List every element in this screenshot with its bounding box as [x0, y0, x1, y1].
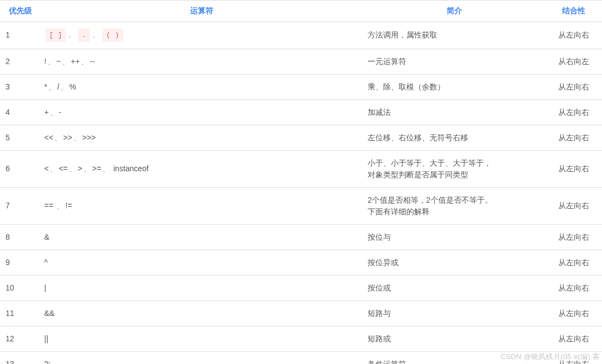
cell-assoc: 从左向右	[546, 250, 602, 275]
table-row: 11&&短路与从左向右	[0, 300, 602, 326]
cell-assoc: 从左向右	[546, 224, 602, 250]
separator: 、	[81, 57, 88, 66]
table-row: 2!、~、++、--一元运算符从右向左	[0, 49, 602, 74]
table-row: 1[ ]、.、( )方法调用，属性获取从左向右	[0, 22, 602, 49]
operator-token: --	[90, 57, 95, 66]
cell-desc: 按位或	[363, 275, 546, 300]
operator-token: <<	[44, 133, 53, 142]
cell-operator: == 、!=	[40, 187, 363, 224]
separator: 、	[68, 30, 76, 39]
cell-desc: 短路与	[363, 300, 546, 326]
cell-assoc: 从左向右	[546, 300, 602, 326]
operator-token: ~	[56, 57, 61, 66]
cell-priority: 13	[0, 351, 40, 364]
separator: 、	[102, 164, 110, 173]
cell-assoc: 从左向右	[546, 99, 602, 125]
header-assoc: 结合性	[546, 1, 602, 22]
cell-desc: 方法调用，属性获取	[363, 22, 546, 49]
operator-token: !	[44, 57, 46, 66]
table-row: 8&按位与从左向右	[0, 224, 602, 250]
cell-assoc: 从左向右	[546, 275, 602, 300]
operator-token: ==	[44, 201, 55, 210]
cell-operator: +、-	[40, 99, 363, 125]
separator: 、	[74, 133, 81, 142]
cell-assoc: 从左向右	[546, 187, 602, 224]
operator-token: <=	[59, 164, 67, 173]
table-row: 9^按位异或从左向右	[0, 250, 602, 275]
operator-token: %	[69, 82, 76, 91]
operator-precedence-table: 优先级 运算符 简介 结合性 1[ ]、.、( )方法调用，属性获取从左向右2!…	[0, 0, 602, 364]
cell-desc: 加减法	[363, 99, 546, 125]
cell-desc: 按位异或	[363, 250, 546, 275]
cell-assoc: 从右向左	[546, 351, 602, 364]
cell-priority: 4	[0, 99, 40, 125]
operator-token: instanceof	[111, 164, 149, 173]
table-row: 4+、-加减法从左向右	[0, 99, 602, 125]
cell-priority: 8	[0, 224, 40, 250]
table-row: 3*、/、%乘、除、取模（余数）从左向右	[0, 74, 602, 99]
operator-token: &&	[44, 309, 55, 318]
cell-operator: &	[40, 224, 363, 250]
header-operator: 运算符	[40, 1, 363, 22]
operator-token: .	[78, 29, 90, 42]
operator-token: !=	[65, 201, 72, 210]
cell-assoc: 从左向右	[546, 150, 602, 187]
table-row: 7== 、!=2个值是否相等，2个值是否不等于。下面有详细的解释从左向右	[0, 187, 602, 224]
cell-priority: 10	[0, 275, 40, 300]
cell-priority: 1	[0, 22, 40, 49]
cell-operator: !、~、++、--	[40, 49, 363, 74]
operator-token: +	[44, 108, 49, 117]
cell-operator: ^	[40, 250, 363, 275]
separator: 、	[48, 82, 56, 91]
cell-operator: <<、>>、>>>	[40, 125, 363, 150]
separator: 、	[54, 133, 62, 142]
operator-token: >>>	[82, 133, 96, 142]
operator-token: ++	[71, 57, 80, 66]
operator-token: ^	[44, 258, 48, 267]
operator-token: >	[78, 164, 82, 173]
separator: 、	[48, 57, 55, 66]
table-row: 10|按位或从左向右	[0, 275, 602, 300]
table-row: 6<、<=、>、>=、 instanceof小于、小于等于、大于、大于等于，对象…	[0, 150, 602, 187]
cell-operator: <、<=、>、>=、 instanceof	[40, 150, 363, 187]
operator-token: >=	[92, 164, 101, 173]
cell-desc: 2个值是否相等，2个值是否不等于。下面有详细的解释	[363, 187, 546, 224]
table-row: 13?:条件运算符从右向左	[0, 351, 602, 364]
cell-operator: ?:	[40, 351, 363, 364]
cell-desc: 条件运算符	[363, 351, 546, 364]
operator-token: /	[57, 82, 59, 91]
cell-desc: 短路或	[363, 326, 546, 351]
table-row: 12||短路或从左向右	[0, 326, 602, 351]
cell-operator: &&	[40, 300, 363, 326]
cell-operator: *、/、%	[40, 74, 363, 99]
cell-priority: 9	[0, 250, 40, 275]
cell-desc: 小于、小于等于、大于、大于等于，对象类型判断是否属于同类型	[363, 150, 546, 187]
table-row: 5<<、>>、>>>左位移、右位移、无符号右移从左向右	[0, 125, 602, 150]
cell-priority: 11	[0, 300, 40, 326]
cell-assoc: 从右向左	[546, 49, 602, 74]
operator-token: *	[44, 82, 47, 91]
cell-priority: 2	[0, 49, 40, 74]
operator-token: -	[59, 108, 61, 117]
separator: 、	[56, 201, 64, 210]
cell-operator: ||	[40, 326, 363, 351]
cell-priority: 5	[0, 125, 40, 150]
cell-priority: 6	[0, 150, 40, 187]
cell-desc: 左位移、右位移、无符号右移	[363, 125, 546, 150]
separator: 、	[60, 82, 68, 91]
cell-assoc: 从左向右	[546, 22, 602, 49]
separator: 、	[62, 57, 70, 66]
separator: 、	[50, 108, 57, 117]
operator-token: |	[44, 283, 46, 292]
cell-assoc: 从左向右	[546, 326, 602, 351]
table-header-row: 优先级 运算符 简介 结合性	[0, 1, 602, 22]
cell-desc: 乘、除、取模（余数）	[363, 74, 546, 99]
table-body: 1[ ]、.、( )方法调用，属性获取从左向右2!、~、++、--一元运算符从右…	[0, 22, 602, 365]
operator-token: [ ]	[45, 29, 66, 42]
header-priority: 优先级	[0, 1, 40, 22]
operator-token: >>	[63, 133, 72, 142]
cell-desc: 一元运算符	[363, 49, 546, 74]
operator-token: ||	[44, 334, 48, 343]
cell-assoc: 从左向右	[546, 125, 602, 150]
separator: 、	[69, 164, 77, 173]
